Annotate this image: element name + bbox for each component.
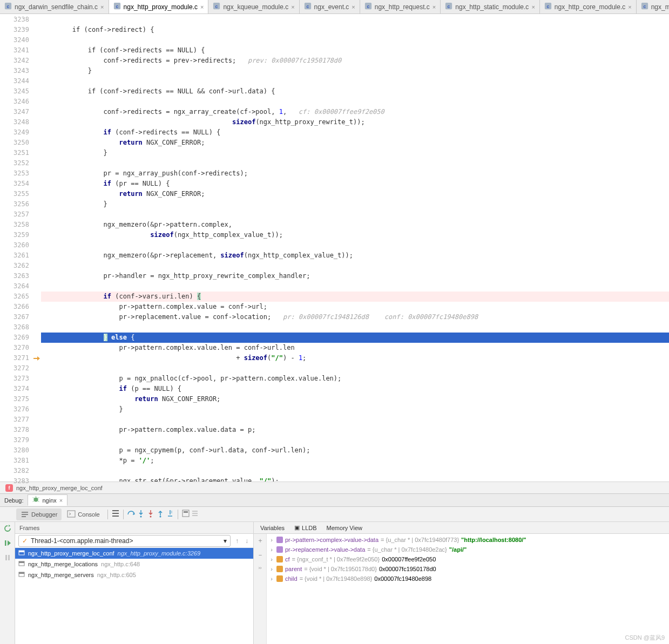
line-number[interactable]: 3238 [0, 15, 29, 25]
stack-frame[interactable]: ngx_http_merge_locations ngx_http.c:648 [15, 559, 253, 570]
line-number[interactable]: 3246 [0, 97, 29, 107]
close-icon[interactable]: × [200, 4, 204, 10]
code-line[interactable] [41, 281, 669, 292]
close-icon[interactable]: × [100, 4, 104, 10]
line-number[interactable]: 3255 [0, 189, 29, 199]
code-line[interactable]: } [41, 199, 669, 209]
code-line[interactable] [41, 415, 669, 425]
line-number[interactable]: 3261 [0, 250, 29, 261]
line-number[interactable]: 3262 [0, 261, 29, 271]
line-number[interactable]: 3276 [0, 404, 29, 415]
expand-icon[interactable]: › [269, 575, 274, 582]
code-line[interactable]: sizeof(ngx_http_complex_value_t)); [41, 230, 669, 240]
line-number[interactable]: 3281 [0, 456, 29, 466]
code-line[interactable] [41, 363, 669, 374]
add-watch-icon[interactable]: ＋ [257, 536, 263, 545]
code-line[interactable]: if (conf->redirects == NULL) { [41, 45, 669, 56]
expand-icon[interactable]: › [269, 537, 274, 543]
code-line[interactable]: pr = ngx_array_push(conf->redirects); [41, 168, 669, 179]
code-line[interactable]: if (conf->vars.uri.len) { [41, 292, 669, 302]
code-line[interactable]: } [41, 404, 669, 415]
code-line[interactable] [41, 158, 669, 168]
close-icon[interactable]: × [628, 4, 631, 10]
expand-icon[interactable]: › [269, 566, 274, 572]
variable-row[interactable]: › pr->replacement->value->data = {u_char… [267, 545, 669, 554]
editor-tab[interactable]: cngx_http_core_module.c× [540, 0, 637, 13]
editor-tab[interactable]: cngx_event.c× [300, 0, 360, 13]
close-icon[interactable]: × [59, 497, 63, 504]
code-line[interactable]: ngx_memzero(&pr->replacement, sizeof(ngx… [41, 250, 669, 261]
line-number[interactable]: 3280 [0, 445, 29, 456]
code-line[interactable] [41, 240, 669, 250]
line-number[interactable]: 3240 [0, 35, 29, 45]
line-number[interactable]: 3265 [0, 292, 29, 302]
code-line[interactable]: if (conf->redirects == NULL && conf->url… [41, 86, 669, 97]
line-number[interactable]: 3245 [0, 86, 29, 97]
line-number[interactable]: 3268 [0, 322, 29, 333]
step-into-icon[interactable] [137, 509, 145, 519]
line-number[interactable]: 3270 [0, 343, 29, 353]
code-line[interactable] [41, 76, 669, 86]
code-line[interactable]: *p = '/'; [41, 456, 669, 466]
close-icon[interactable]: × [531, 4, 535, 10]
line-number[interactable]: 3273 [0, 374, 29, 384]
editor-tab[interactable]: cngx_http_request.c× [360, 0, 441, 13]
line-number[interactable]: 3282 [0, 466, 29, 476]
code-line[interactable]: conf->redirects = ngx_array_create(cf->p… [41, 107, 669, 117]
resume-icon[interactable] [3, 539, 12, 549]
code-line[interactable] [41, 35, 669, 45]
code-line[interactable]: if (conf->redirects == NULL) { [41, 127, 669, 138]
line-number[interactable]: 3248 [0, 117, 29, 127]
code-line[interactable]: pr->pattern.complex.value = conf->url; [41, 302, 669, 312]
code-line[interactable]: pr->pattern.complex.value.data = p; [41, 425, 669, 435]
line-number[interactable]: 3260 [0, 240, 29, 250]
line-number[interactable]: 3242 [0, 56, 29, 66]
rerun-icon[interactable] [3, 524, 12, 534]
code-line[interactable]: sizeof(ngx_http_proxy_rewrite_t)); [41, 117, 669, 127]
code-line[interactable] [41, 261, 669, 271]
line-number[interactable]: 3275 [0, 394, 29, 404]
line-number[interactable]: 3264 [0, 281, 29, 292]
variable-row[interactable]: › cf = {ngx_conf_t * | 0x7ffee9f2e050} 0… [267, 554, 669, 564]
code-line[interactable]: if (p == NULL) { [41, 384, 669, 394]
line-number[interactable]: 3249 [0, 127, 29, 138]
run-to-cursor-icon[interactable]: I [166, 509, 174, 519]
code-line[interactable] [41, 97, 669, 107]
close-icon[interactable]: × [433, 4, 436, 10]
close-icon[interactable]: × [352, 4, 355, 10]
stack-frame[interactable]: ngx_http_merge_servers ngx_http.c:605 [15, 570, 253, 580]
line-number[interactable]: 3251 [0, 148, 29, 158]
editor-tab[interactable]: cngx_http_static_module.c× [441, 0, 540, 13]
step-out-icon[interactable] [156, 509, 165, 519]
code-line[interactable]: if (pr == NULL) { [41, 179, 669, 189]
editor-tab[interactable]: cngx_darwin_sendfile_chain.c× [0, 0, 109, 13]
line-number[interactable]: 3247 [0, 107, 29, 117]
line-number[interactable]: 3263 [0, 271, 29, 281]
stack-frame[interactable]: ngx_http_proxy_merge_loc_conf ngx_http_p… [15, 548, 253, 559]
line-number[interactable]: 3254 [0, 179, 29, 189]
code-line[interactable] [41, 15, 669, 25]
variable-row[interactable]: › pr->pattern->complex->value->data = {u… [267, 535, 669, 545]
line-number[interactable]: 3267 [0, 312, 29, 322]
code-line[interactable]: return NGX_CONF_ERROR; [41, 189, 669, 199]
thread-selector[interactable]: ✓ Thread-1-<com.apple.main-thread> ▾ [18, 535, 231, 547]
variable-row[interactable]: › parent = {void * | 0x7fc1950178d0} 0x0… [267, 564, 669, 574]
line-number[interactable]: 3279 [0, 435, 29, 445]
code-line[interactable]: pr->handler = ngx_http_proxy_rewrite_com… [41, 271, 669, 281]
code-line[interactable]: + sizeof("/") - 1; [41, 353, 669, 363]
code-line[interactable]: p = ngx_pnalloc(cf->pool, pr->pattern.co… [41, 374, 669, 384]
code-line[interactable] [41, 209, 669, 220]
code-line[interactable]: return NGX_CONF_ERROR; [41, 138, 669, 148]
vars-tab-memory[interactable]: Memory View [323, 524, 366, 532]
threads-icon[interactable] [111, 509, 120, 519]
code-line[interactable]: p = ngx_cpymem(p, conf->url.data, conf->… [41, 445, 669, 456]
debugger-tab[interactable]: Debugger [16, 509, 62, 520]
console-tab[interactable]: Console [63, 509, 104, 520]
expand-icon[interactable]: › [269, 556, 274, 562]
line-number[interactable]: 3274 [0, 384, 29, 394]
remove-watch-icon[interactable]: － [257, 551, 263, 560]
prev-frame-icon[interactable]: ↑ [234, 537, 240, 545]
line-number[interactable]: 3277 [0, 415, 29, 425]
editor-tab[interactable]: cngx_http_proxy_module.c× [109, 0, 209, 13]
line-number[interactable]: 3259 [0, 230, 29, 240]
